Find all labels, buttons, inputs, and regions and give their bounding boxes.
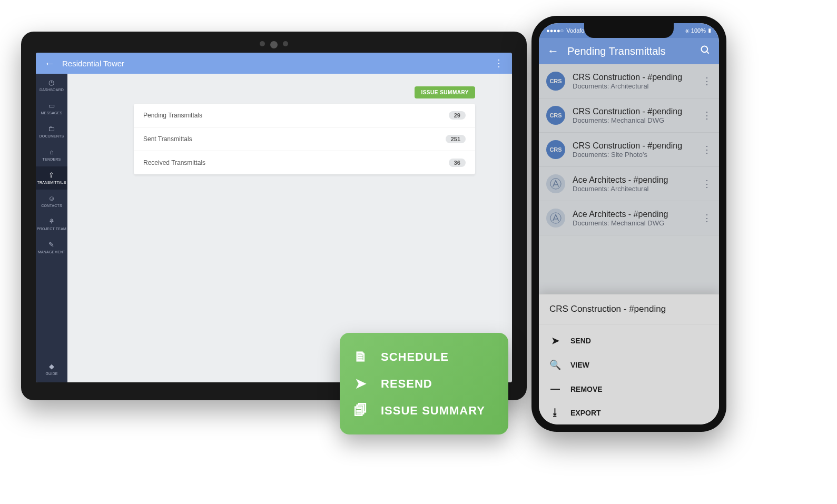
nav-icon: ✎ <box>48 241 54 248</box>
sheet-action-icon: 🔍 <box>549 359 561 371</box>
sidebar-item-management[interactable]: ✎MANAGEMENT <box>36 236 67 259</box>
sidebar: ◷DASHBOARD▭MESSAGES🗀DOCUMENTS⌂TENDERS⇪TR… <box>36 74 67 382</box>
action-resend[interactable]: ➤RESEND <box>352 370 496 397</box>
sheet-action-export[interactable]: ⭳EXPORT <box>539 401 719 424</box>
count-badge: 251 <box>446 135 466 143</box>
back-icon[interactable]: ← <box>44 57 55 70</box>
phone-notch <box>584 23 674 38</box>
sheet-action-send[interactable]: ➤SEND <box>539 329 719 353</box>
avatar <box>546 174 565 193</box>
action-label: SCHEDULE <box>381 350 449 364</box>
transmittals-card: Pending Transmittals29Sent Transmittals2… <box>134 104 475 174</box>
more-icon[interactable]: ⋮ <box>702 178 712 190</box>
action-schedule[interactable]: 🗎SCHEDULE <box>352 343 496 370</box>
row-label: Received Transmittals <box>143 159 205 166</box>
item-subtitle: Documents: Site Photo's <box>573 151 695 159</box>
more-icon[interactable]: ⋮ <box>702 110 712 121</box>
action-icon: 🗎 <box>352 349 369 365</box>
action-label: RESEND <box>381 377 432 391</box>
sidebar-item-tenders[interactable]: ⌂TENDERS <box>36 143 67 166</box>
issue-summary-button[interactable]: ISSUE SUMMARY <box>415 86 475 98</box>
list-item[interactable]: Ace Architects - #pendingDocuments: Mech… <box>539 201 719 235</box>
more-icon[interactable]: ⋮ <box>702 212 712 224</box>
action-icon: ➤ <box>352 375 369 392</box>
back-icon[interactable]: ← <box>547 44 559 58</box>
nav-label: TRANSMITTALS <box>37 181 66 184</box>
sheet-action-remove[interactable]: —REMOVE <box>539 377 719 401</box>
action-label: ISSUE SUMMARY <box>381 404 485 418</box>
battery-icon: ▮ <box>707 27 712 34</box>
app-bar: ← Residential Tower ⋮ <box>36 53 512 74</box>
nav-icon: ☺ <box>48 195 55 202</box>
sheet-action-label: EXPORT <box>570 409 601 417</box>
more-icon[interactable]: ⋮ <box>494 57 504 69</box>
nav-icon: 🗀 <box>48 125 55 132</box>
transmittal-row[interactable]: Pending Transmittals29 <box>134 104 475 127</box>
sidebar-item-contacts[interactable]: ☺CONTACTS <box>36 190 67 213</box>
sheet-action-label: SEND <box>570 337 591 345</box>
sheet-action-view[interactable]: 🔍VIEW <box>539 353 719 377</box>
sidebar-item-transmittals[interactable]: ⇪TRANSMITTALS <box>36 166 67 190</box>
nav-icon: ⚘ <box>48 218 55 225</box>
battery-label: 100% <box>691 27 706 34</box>
sheet-title: CRS Construction - #pending <box>539 294 719 320</box>
bluetooth-icon: ⚹ <box>685 27 690 34</box>
phone-screen: ●●●●○ Vodafone AU 1:57 ⚹ 100% ▮ ← Pendin… <box>539 23 719 424</box>
action-sheet: CRS Construction - #pending➤SEND🔍VIEW—RE… <box>539 294 719 424</box>
item-subtitle: Documents: Architectural <box>573 82 695 90</box>
sidebar-item-messages[interactable]: ▭MESSAGES <box>36 97 67 120</box>
nav-label: PROJECT TEAM <box>37 227 66 231</box>
avatar <box>546 209 565 228</box>
nav-icon: ▭ <box>48 102 55 109</box>
count-badge: 36 <box>449 159 466 167</box>
nav-icon: ⌂ <box>50 149 54 155</box>
row-label: Sent Transmittals <box>143 135 192 143</box>
signal-dots-icon: ●●●●○ <box>546 27 564 34</box>
transmittal-row[interactable]: Sent Transmittals251 <box>134 127 475 151</box>
item-title: Ace Architects - #pending <box>573 210 695 219</box>
list-item[interactable]: CRSCRS Construction - #pendingDocuments:… <box>539 64 719 98</box>
more-icon[interactable]: ⋮ <box>702 144 712 155</box>
list-item[interactable]: Ace Architects - #pendingDocuments: Arch… <box>539 167 719 201</box>
item-title: CRS Construction - #pending <box>573 73 695 82</box>
action-panel: 🗎SCHEDULE➤RESEND🗐ISSUE SUMMARY <box>340 333 508 434</box>
more-icon[interactable]: ⋮ <box>702 75 712 87</box>
item-title: CRS Construction - #pending <box>573 107 695 116</box>
list-item[interactable]: CRSCRS Construction - #pendingDocuments:… <box>539 98 719 133</box>
item-title: CRS Construction - #pending <box>573 141 695 151</box>
avatar: CRS <box>546 106 565 125</box>
transmittal-row[interactable]: Received Transmittals36 <box>134 151 475 174</box>
search-icon[interactable] <box>700 45 711 58</box>
sidebar-item-guide[interactable]: ◆GUIDE <box>36 356 67 382</box>
phone-title: Pending Transmittals <box>567 45 692 57</box>
sidebar-item-dashboard[interactable]: ◷DASHBOARD <box>36 74 67 97</box>
nav-label: GUIDE <box>45 372 57 375</box>
phone-device: ●●●●○ Vodafone AU 1:57 ⚹ 100% ▮ ← Pendin… <box>531 16 726 432</box>
nav-icon: ◷ <box>48 79 54 86</box>
action-icon: 🗐 <box>352 402 369 419</box>
sidebar-item-project-team[interactable]: ⚘PROJECT TEAM <box>36 213 67 236</box>
nav-label: DASHBOARD <box>40 88 64 92</box>
item-subtitle: Documents: Architectural <box>573 185 695 193</box>
sheet-action-icon: — <box>549 383 561 394</box>
list-item[interactable]: CRSCRS Construction - #pendingDocuments:… <box>539 133 719 167</box>
item-subtitle: Documents: Mechanical DWG <box>573 116 695 124</box>
count-badge: 29 <box>449 111 466 120</box>
sheet-action-label: REMOVE <box>570 385 603 393</box>
sheet-action-icon: ➤ <box>549 335 561 347</box>
sidebar-item-documents[interactable]: 🗀DOCUMENTS <box>36 120 67 143</box>
sheet-action-icon: ⭳ <box>549 407 561 418</box>
tablet-camera <box>21 41 527 48</box>
page-title: Residential Tower <box>62 59 124 68</box>
phone-header: ← Pending Transmittals <box>539 38 719 64</box>
action-issue-summary[interactable]: 🗐ISSUE SUMMARY <box>352 397 496 424</box>
nav-label: DOCUMENTS <box>40 134 64 138</box>
guide-icon: ◆ <box>49 363 54 370</box>
item-subtitle: Documents: Mechanical DWG <box>573 219 695 227</box>
nav-label: TENDERS <box>43 157 61 161</box>
nav-icon: ⇪ <box>48 172 54 179</box>
avatar: CRS <box>546 140 565 159</box>
nav-label: CONTACTS <box>41 204 62 207</box>
nav-label: MESSAGES <box>41 111 63 115</box>
svg-line-1 <box>707 51 709 53</box>
